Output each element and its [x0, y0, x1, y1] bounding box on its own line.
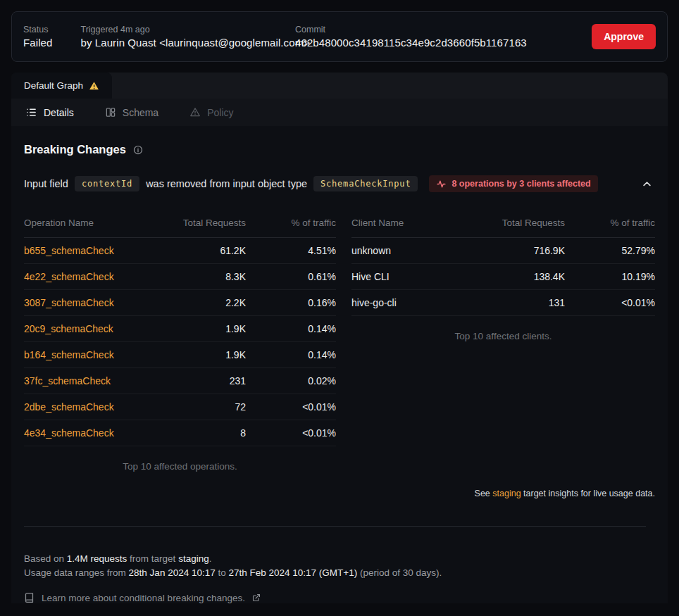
- tab-details[interactable]: Details: [25, 107, 74, 118]
- traffic-value: 0.02%: [246, 375, 336, 386]
- approve-button[interactable]: Approve: [592, 24, 656, 49]
- col-traffic: % of traffic: [246, 218, 336, 228]
- section-divider: [24, 526, 646, 527]
- period-end: .: [209, 553, 212, 564]
- col-total-requests: Total Requests: [151, 218, 246, 228]
- usage-prefix: Usage data ranges from: [24, 567, 129, 578]
- type-code-pill: SchemaCheckInput: [313, 176, 418, 191]
- operation-link[interactable]: b655_schemaCheck: [24, 245, 114, 256]
- status-value: Failed: [23, 37, 52, 49]
- requests-value: 1.9K: [151, 323, 246, 334]
- change-prefix: Input field: [24, 178, 68, 189]
- to-word: to: [216, 567, 229, 578]
- tab-schema[interactable]: Schema: [105, 107, 158, 118]
- table-row: b655_schemaCheck 61.2K 4.51%: [24, 238, 336, 264]
- clients-table-note: Top 10 affected clients.: [351, 331, 655, 341]
- clients-table: Client Name Total Requests % of traffic …: [351, 218, 655, 472]
- requests-value: 8.3K: [151, 271, 246, 282]
- details-content: Breaking Changes Input field contextId w…: [11, 126, 668, 603]
- traffic-value: <0.01%: [565, 297, 655, 308]
- traffic-value: 0.14%: [246, 323, 336, 334]
- affected-badge-label: 8 operations by 3 clients affected: [451, 179, 590, 189]
- requests-value: 61.2K: [151, 245, 246, 256]
- traffic-value: 52.79%: [565, 245, 655, 256]
- commit-column: Commit 462b48000c34198115c34e9c2d3660f5b…: [295, 25, 527, 49]
- graph-warning-icon: [89, 81, 99, 91]
- schema-icon: [105, 107, 116, 118]
- table-row: unknown 716.9K 52.79%: [351, 238, 655, 264]
- insights-suffix: target insights for live usage data.: [521, 489, 655, 498]
- operation-link[interactable]: b164_schemaCheck: [24, 349, 114, 360]
- target-name: staging: [178, 553, 209, 564]
- table-row: 4e34_schemaCheck 8 <0.01%: [24, 420, 336, 446]
- based-prefix: Based on: [24, 553, 67, 564]
- tab-policy[interactable]: Policy: [189, 107, 233, 118]
- operation-link[interactable]: 20c9_schemaCheck: [24, 323, 113, 334]
- status-column: Status Failed: [23, 25, 52, 49]
- usage-tables: Operation Name Total Requests % of traff…: [24, 218, 655, 472]
- traffic-value: <0.01%: [246, 427, 336, 439]
- requests-value: 8: [151, 427, 246, 439]
- table-row: Hive CLI 138.4K 10.19%: [351, 264, 655, 290]
- triggered-by: by Laurin Quast <laurinquast@googlemail.…: [80, 37, 310, 49]
- requests-value: 231: [151, 375, 246, 386]
- check-header: Status Failed Triggered 4m ago by Laurin…: [11, 11, 668, 62]
- client-name: hive-go-cli: [351, 297, 470, 308]
- triggered-column: Triggered 4m ago by Laurin Quast <laurin…: [80, 25, 310, 49]
- operation-link[interactable]: 37fc_schemaCheck: [24, 375, 111, 386]
- traffic-value: 0.61%: [246, 271, 336, 282]
- usage-range-line: Usage data ranges from 28th Jan 2024 10:…: [24, 566, 655, 580]
- operation-link[interactable]: 4e34_schemaCheck: [24, 427, 114, 439]
- client-name: unknown: [351, 245, 470, 256]
- requests-total: 1.4M requests: [67, 553, 127, 564]
- info-icon[interactable]: [133, 145, 143, 155]
- learn-more-label: Learn more about conditional breaking ch…: [42, 593, 245, 603]
- col-client-name: Client Name: [351, 218, 470, 228]
- requests-value: 1.9K: [151, 349, 246, 360]
- learn-more-link[interactable]: Learn more about conditional breaking ch…: [24, 592, 655, 603]
- affected-badge: 8 operations by 3 clients affected: [429, 175, 597, 192]
- tab-default-graph[interactable]: Default Graph: [11, 73, 112, 99]
- based-on-line: Based on 1.4M requests from target stagi…: [24, 552, 655, 566]
- date-from: 28th Jan 2024 10:17: [129, 567, 216, 578]
- staging-target-link[interactable]: staging: [492, 489, 521, 498]
- operations-table-note: Top 10 affected operations.: [24, 461, 336, 472]
- operation-link[interactable]: 4e22_schemaCheck: [24, 271, 114, 282]
- chevron-up-icon[interactable]: [639, 176, 655, 192]
- traffic-value: <0.01%: [246, 401, 336, 413]
- commit-label: Commit: [295, 25, 527, 34]
- requests-value: 138.4K: [470, 271, 565, 282]
- breaking-changes-header: Breaking Changes: [24, 143, 655, 156]
- col-operation-name: Operation Name: [24, 218, 151, 228]
- traffic-value: 0.16%: [246, 297, 336, 308]
- graph-tab-label: Default Graph: [24, 80, 83, 91]
- table-row: 2dbe_schemaCheck 72 <0.01%: [24, 394, 336, 420]
- table-row: b164_schemaCheck 1.9K 0.14%: [24, 342, 336, 368]
- operations-table: Operation Name Total Requests % of traff…: [24, 218, 336, 472]
- change-middle: was removed from input object type: [146, 178, 307, 189]
- operations-table-header: Operation Name Total Requests % of traff…: [24, 218, 336, 238]
- tab-schema-label: Schema: [123, 107, 158, 118]
- table-row: 4e22_schemaCheck 8.3K 0.61%: [24, 264, 336, 290]
- change-description: Input field contextId was removed from i…: [24, 175, 598, 192]
- warning-triangle-icon: [189, 107, 201, 118]
- traffic-value: 0.14%: [246, 349, 336, 360]
- tab-policy-label: Policy: [207, 107, 233, 118]
- clients-table-header: Client Name Total Requests % of traffic: [351, 218, 655, 238]
- requests-value: 131: [470, 297, 565, 308]
- breaking-change-row[interactable]: Input field contextId was removed from i…: [24, 175, 655, 192]
- date-to: 27th Feb 2024 10:17 (GMT+1): [228, 567, 357, 578]
- operation-link[interactable]: 2dbe_schemaCheck: [24, 401, 114, 413]
- list-icon: [25, 107, 37, 118]
- traffic-value: 4.51%: [246, 245, 336, 256]
- operation-link[interactable]: 3087_schemaCheck: [24, 297, 114, 308]
- from-target-text: from target: [127, 553, 178, 564]
- table-row: 37fc_schemaCheck 231 0.02%: [24, 368, 336, 394]
- requests-value: 716.9K: [470, 245, 565, 256]
- col-traffic: % of traffic: [565, 218, 655, 228]
- usage-footer: Based on 1.4M requests from target stagi…: [24, 552, 655, 580]
- field-code-pill: contextId: [75, 176, 139, 191]
- insights-note: See staging target insights for live usa…: [24, 489, 655, 498]
- status-label: Status: [23, 25, 52, 34]
- tab-details-label: Details: [44, 107, 74, 118]
